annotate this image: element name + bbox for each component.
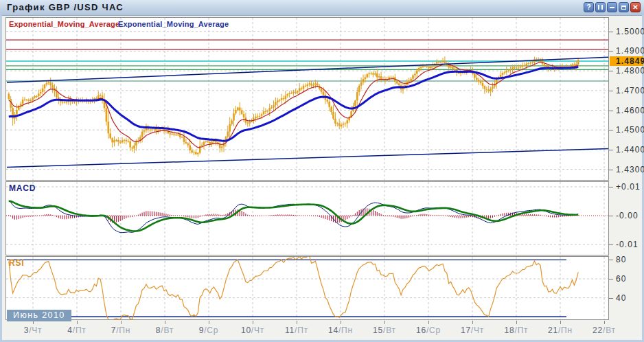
ema-fast-legend: Exponential_Moving_Average (9, 20, 119, 28)
ema-fast-line (9, 62, 578, 147)
ema-slow-legend: Exponential_Moving_Average (118, 20, 229, 28)
axis-tick-mark (609, 187, 613, 187)
rsi-line (9, 257, 578, 319)
date-label: 8/Вт (146, 326, 184, 335)
date-label: 16/Ср (409, 326, 448, 335)
date-tick-mark (165, 321, 165, 324)
date-tick-mark (297, 321, 297, 324)
price-axis: 1.4849 1.50001.49001.48001.47001.46001.4… (609, 0, 644, 342)
date-tick-mark (121, 321, 122, 324)
axis-tick-mark (609, 216, 613, 216)
date-label: 7/Пн (102, 326, 140, 335)
axis-tick-mark (609, 150, 613, 150)
axis-tick-mark (609, 260, 613, 260)
macd-tick-label: -0.00 (609, 211, 644, 220)
axis-tick-mark (609, 71, 613, 71)
axis-tick-mark (609, 111, 613, 111)
date-tick-mark (209, 321, 209, 324)
window-title: График GBP /USD ЧАС (7, 0, 124, 15)
price-tick-label: 1.4600 (609, 106, 644, 115)
axis-tick-mark (609, 51, 613, 52)
date-tick-mark (341, 321, 341, 324)
pause-button[interactable] (595, 2, 606, 12)
price-tick-label: 1.4500 (609, 125, 644, 135)
price-chart-panel[interactable]: Exponential_Moving_Average Exponential_M… (5, 17, 609, 181)
price-tick-label: 1.4700 (609, 86, 644, 95)
date-tick-mark (77, 321, 78, 324)
rsi-tick-label: 60 (609, 274, 644, 284)
date-tick-mark (472, 321, 473, 324)
date-tick-mark (253, 321, 253, 324)
macd-tick-label: -0.01 (609, 240, 644, 249)
price-chart-svg (6, 18, 608, 180)
date-label: 3/Чт (14, 326, 52, 335)
price-tick-label: 1.5000 (609, 27, 644, 36)
help-button[interactable]: ? (584, 2, 594, 12)
rsi-tick-label: 40 (609, 293, 644, 303)
macd-chart-svg (6, 182, 608, 255)
date-label: 15/Вт (365, 326, 404, 335)
axis-tick-mark (609, 91, 613, 91)
axis-tick-mark (609, 244, 613, 245)
date-tick-mark (516, 321, 517, 324)
date-label: 18/Пт (497, 326, 536, 335)
date-tick-mark (560, 321, 561, 324)
date-label: 11/Пт (277, 326, 316, 335)
macd-panel[interactable]: MACD (5, 181, 609, 255)
titlebar[interactable]: График GBP /USD ЧАС ? ✕ (0, 0, 644, 16)
date-label: 17/Чт (453, 326, 492, 335)
axis-tick-mark (609, 130, 613, 130)
date-label: 22/Вт (585, 326, 623, 335)
price-tick-label: 1.4300 (609, 165, 644, 174)
date-label: 4/Пт (58, 326, 96, 335)
price-tick-label: 1.4800 (609, 66, 644, 76)
current-price-tag: 1.4849 (610, 56, 643, 66)
month-badge: Июнь 2010 (7, 310, 71, 321)
macd-label: MACD (9, 183, 36, 193)
price-tick-label: 1.4400 (609, 145, 644, 155)
date-tick-mark (428, 321, 429, 324)
date-label: 21/Пн (541, 326, 579, 335)
axis-tick-mark (609, 32, 613, 32)
date-tick-mark (384, 321, 385, 324)
lower-channel-trendline (7, 149, 608, 168)
chart-window: График GBP /USD ЧАС ? ✕ Exponential_Movi… (0, 0, 644, 342)
axis-tick-mark (609, 298, 613, 299)
help-icon: ? (586, 3, 590, 11)
rsi-panel[interactable]: RSI (5, 256, 609, 320)
price-tick-label: 1.4900 (609, 46, 644, 56)
window-frame-left (0, 15, 2, 342)
date-label: 14/Пн (321, 326, 360, 335)
macd-tick-label: +0.01 (609, 182, 644, 192)
date-axis: 3/Чт4/Пт7/Пн8/Вт9/Ср10/Чт11/Пт14/Пн15/Вт… (0, 320, 644, 339)
date-label: 9/Ср (189, 326, 228, 335)
date-tick-mark (604, 321, 605, 324)
axis-tick-mark (609, 170, 613, 170)
rsi-chart-svg (6, 257, 608, 319)
rsi-tick-label: 80 (609, 255, 644, 264)
candles-group (8, 56, 579, 157)
date-label: 10/Чт (233, 326, 272, 335)
rsi-label: RSI (9, 258, 24, 268)
axis-tick-mark (609, 279, 613, 280)
pause-icon (598, 5, 603, 10)
